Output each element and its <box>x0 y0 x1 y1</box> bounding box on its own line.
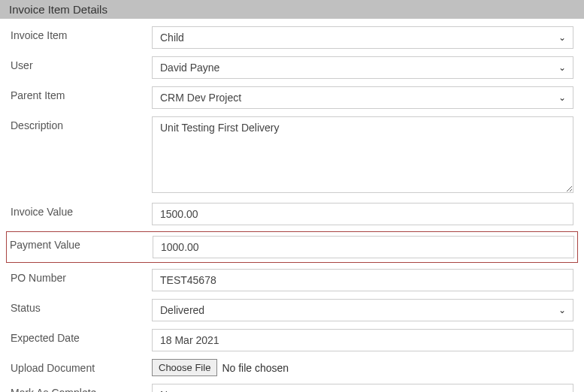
row-parent-item: Parent Item ⌄ <box>11 86 573 109</box>
status-select[interactable] <box>152 299 573 321</box>
row-upload-document: Upload Document Choose File No file chos… <box>11 359 573 376</box>
label-user: User <box>11 56 152 71</box>
label-parent-item: Parent Item <box>11 86 152 101</box>
label-description: Description <box>11 116 152 131</box>
mark-as-complete-select[interactable] <box>152 384 573 392</box>
expected-date-input[interactable] <box>152 329 573 351</box>
user-select[interactable] <box>152 56 573 79</box>
label-po-number: PO Number <box>11 269 152 284</box>
label-payment-value: Payment Value <box>10 236 153 251</box>
label-invoice-value: Invoice Value <box>11 203 152 218</box>
label-mark-as-complete: Mark As Complete <box>11 384 152 392</box>
invoice-item-select[interactable] <box>152 26 573 49</box>
choose-file-button[interactable]: Choose File <box>152 359 217 376</box>
row-po-number: PO Number <box>11 269 573 291</box>
form-container: Invoice Item ⌄ User ⌄ Parent Item ⌄ <box>0 19 584 392</box>
row-description: Description <box>11 116 573 195</box>
row-invoice-item: Invoice Item ⌄ <box>11 26 573 49</box>
label-expected-date: Expected Date <box>11 329 152 344</box>
row-status: Status ⌄ <box>11 299 573 321</box>
description-textarea[interactable] <box>152 116 573 193</box>
invoice-value-input[interactable] <box>152 203 573 225</box>
row-invoice-value: Invoice Value <box>11 203 573 225</box>
parent-item-select[interactable] <box>152 86 573 109</box>
row-mark-as-complete: Mark As Complete ⌄ <box>11 384 573 392</box>
row-payment-value: Payment Value <box>6 231 578 263</box>
file-status-text: No file chosen <box>222 362 289 374</box>
label-upload-document: Upload Document <box>11 359 152 374</box>
po-number-input[interactable] <box>152 269 573 291</box>
row-expected-date: Expected Date <box>11 329 573 351</box>
label-invoice-item: Invoice Item <box>11 26 152 41</box>
row-user: User ⌄ <box>11 56 573 79</box>
section-header: Invoice Item Details <box>0 0 584 19</box>
payment-value-input[interactable] <box>153 236 574 258</box>
label-status: Status <box>11 299 152 314</box>
section-title: Invoice Item Details <box>9 3 107 16</box>
